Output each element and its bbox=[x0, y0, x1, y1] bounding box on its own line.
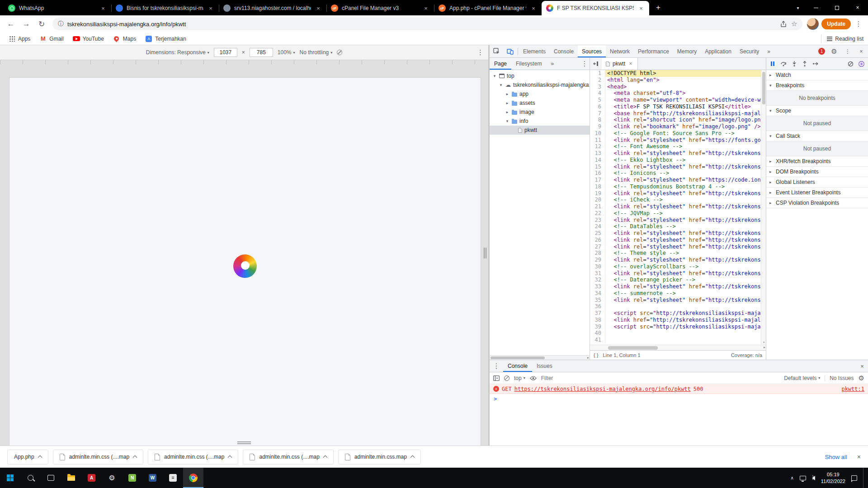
close-drawer-icon[interactable]: × bbox=[856, 363, 868, 370]
tab-close-icon[interactable]: × bbox=[530, 5, 537, 12]
code-line[interactable]: 3<head> bbox=[590, 84, 766, 90]
expander-icon[interactable]: ▾ bbox=[505, 119, 509, 123]
line-number[interactable]: 29 bbox=[590, 257, 605, 263]
code-line[interactable]: 28 <!-- Theme style --> bbox=[590, 250, 766, 257]
code-line[interactable]: 2<html lang="en"> bbox=[590, 77, 766, 84]
taskbar-app-chrome[interactable] bbox=[183, 468, 203, 488]
code-text[interactable]: <script src="http://tskrekonsiliasikspsi… bbox=[605, 310, 766, 317]
line-number[interactable]: 7 bbox=[590, 110, 605, 117]
line-number[interactable]: 33 bbox=[590, 283, 605, 290]
code-text[interactable] bbox=[605, 330, 766, 337]
line-number[interactable]: 20 bbox=[590, 197, 605, 203]
line-number[interactable]: 9 bbox=[590, 123, 605, 130]
code-text[interactable]: <!-- Tempusdominus Bootstrap 4 --> bbox=[605, 183, 766, 190]
download-item[interactable]: App.php bbox=[7, 450, 48, 465]
line-number[interactable]: 25 bbox=[590, 230, 605, 237]
hidden-icons-chevron-icon[interactable]: ∧ bbox=[790, 475, 793, 480]
code-line[interactable]: 18 <!-- Tempusdominus Bootstrap 4 --> bbox=[590, 183, 766, 190]
line-number[interactable]: 36 bbox=[590, 303, 605, 310]
scroll-down-arrow-icon[interactable]: ▾ bbox=[763, 340, 765, 345]
code-text[interactable]: <meta charset="utf-8"> bbox=[605, 90, 766, 97]
line-number[interactable]: 27 bbox=[590, 244, 605, 250]
step-out-icon[interactable] bbox=[802, 61, 807, 66]
show-desktop-button[interactable] bbox=[863, 468, 865, 488]
code-text[interactable]: <script src="http://tskrekonsiliasikspsi… bbox=[605, 324, 766, 330]
scrollbar-thumb[interactable] bbox=[491, 357, 545, 359]
share-icon[interactable] bbox=[780, 21, 787, 27]
line-number[interactable]: 10 bbox=[590, 130, 605, 137]
tree-item-pkwtt[interactable]: pkwtt bbox=[490, 126, 590, 135]
line-number[interactable]: 26 bbox=[590, 237, 605, 244]
code-text[interactable]: <!-- Theme style --> bbox=[605, 250, 766, 257]
code-text[interactable]: <link rel="stylesheet" href="http://tskr… bbox=[605, 164, 766, 170]
code-text[interactable]: <link rel="stylesheet" href="http://tskr… bbox=[605, 237, 766, 244]
tree-item-top[interactable]: ▾top bbox=[490, 71, 590, 80]
minimize-button[interactable] bbox=[806, 0, 826, 15]
profile-avatar[interactable] bbox=[807, 18, 819, 30]
line-number[interactable]: 13 bbox=[590, 150, 605, 157]
debugger-section-scope[interactable]: ▾Scope bbox=[766, 106, 868, 116]
debugger-section-event-listener-breakpoints[interactable]: ▸Event Listener Breakpoints bbox=[766, 188, 868, 198]
viewport-width-input[interactable] bbox=[214, 48, 237, 57]
line-number[interactable]: 40 bbox=[590, 330, 605, 337]
devtools-tab-sources[interactable]: Sources bbox=[578, 45, 606, 57]
navigator-menu-icon[interactable]: ⋮ bbox=[580, 60, 590, 68]
tab-page[interactable]: Page bbox=[490, 58, 511, 70]
devtools-tab-performance[interactable]: Performance bbox=[634, 45, 673, 57]
code-line[interactable]: 6 <title>F SP TSK REKONSILIASI KSPSI</ti… bbox=[590, 103, 766, 110]
taskbar-app-file-explorer[interactable] bbox=[61, 468, 81, 488]
action-center-icon[interactable] bbox=[851, 475, 857, 481]
code-text[interactable]: <meta name="viewport" content="width=dev… bbox=[605, 97, 766, 103]
code-text[interactable]: <link rel="stylesheet" href="http://tskr… bbox=[605, 150, 766, 157]
line-number[interactable]: 14 bbox=[590, 157, 605, 164]
code-line[interactable]: 38 <link href="http://tskrekonsiliasiksp… bbox=[590, 317, 766, 324]
chevron-up-icon[interactable] bbox=[133, 455, 137, 460]
console-settings-icon[interactable]: ⚙ bbox=[859, 374, 864, 382]
line-number[interactable]: 15 bbox=[590, 164, 605, 170]
code-text[interactable]: <head> bbox=[605, 84, 766, 90]
code-text[interactable]: <link rel="stylesheet" href="http://tskr… bbox=[605, 270, 766, 277]
frame-context-dropdown[interactable]: top ▾ bbox=[514, 375, 525, 381]
devtools-tab-console[interactable]: Console bbox=[550, 45, 578, 57]
browser-tab[interactable]: srv113.niagahoster.com / localho...× bbox=[219, 1, 326, 15]
line-number[interactable]: 2 bbox=[590, 77, 605, 84]
devtools-tab-memory[interactable]: Memory bbox=[673, 45, 701, 57]
clear-console-icon[interactable] bbox=[504, 375, 509, 381]
code-text[interactable]: <link rel="stylesheet" href="http://tskr… bbox=[605, 230, 766, 237]
browser-tab[interactable]: F SP TSK REKONSILIASI KSPSI× bbox=[542, 1, 649, 15]
drawer-menu-icon[interactable]: ⋮ bbox=[491, 362, 501, 370]
error-count-badge[interactable]: 1 bbox=[818, 48, 825, 55]
code-text[interactable]: <!-- Ionicons --> bbox=[605, 170, 766, 177]
code-line[interactable]: 36 bbox=[590, 303, 766, 310]
devtools-tab-application[interactable]: Application bbox=[701, 45, 736, 57]
devtools-menu-icon[interactable]: ⋮ bbox=[841, 45, 854, 57]
code-line[interactable]: 41 bbox=[590, 337, 766, 343]
reload-icon[interactable]: ↻ bbox=[35, 18, 48, 30]
close-file-icon[interactable]: × bbox=[628, 61, 633, 67]
default-levels-dropdown[interactable]: Default levels ▾ bbox=[784, 375, 820, 381]
line-number[interactable]: 34 bbox=[590, 290, 605, 297]
code-text[interactable]: <!-- iCheck --> bbox=[605, 197, 766, 203]
chevron-up-icon[interactable] bbox=[323, 455, 327, 460]
line-number[interactable]: 31 bbox=[590, 270, 605, 277]
taskbar-app-word[interactable]: W bbox=[142, 468, 163, 488]
code-text[interactable]: <link rel="stylesheet" href="http://tskr… bbox=[605, 190, 766, 197]
browser-tab[interactable]: cPApp.php - cPanel File Manager v...× bbox=[434, 1, 542, 15]
code-text[interactable] bbox=[605, 303, 766, 310]
debugger-section-global-listeners[interactable]: ▸Global Listeners bbox=[766, 177, 868, 188]
code-line[interactable]: 22 <!-- JQVMap --> bbox=[590, 210, 766, 217]
code-text[interactable]: <link rel="stylesheet" href="http://tskr… bbox=[605, 297, 766, 304]
line-number[interactable]: 28 bbox=[590, 250, 605, 257]
rendered-page[interactable] bbox=[9, 78, 481, 446]
chrome-update-button[interactable]: Update bbox=[821, 19, 851, 29]
navigator-toggle-icon[interactable] bbox=[590, 58, 602, 70]
code-line[interactable]: 8 <link rel="shortcut icon" href="image/… bbox=[590, 117, 766, 123]
tab-close-icon[interactable]: × bbox=[422, 5, 429, 12]
line-number[interactable]: 21 bbox=[590, 203, 605, 210]
console-sidebar-icon[interactable] bbox=[493, 375, 500, 381]
tab-close-icon[interactable]: × bbox=[99, 5, 107, 12]
tree-item-tskrekonsiliasikspsi-majalengka-org[interactable]: ▾☁tskrekonsiliasikspsi-majalengka.org bbox=[490, 80, 590, 89]
code-line[interactable]: 16 <!-- Ionicons --> bbox=[590, 170, 766, 177]
device-toolbar-toggle-icon[interactable] bbox=[503, 45, 517, 57]
address-bar[interactable]: ⓘ tskrekonsiliasikspsi-majalengka.org/in… bbox=[52, 18, 802, 30]
